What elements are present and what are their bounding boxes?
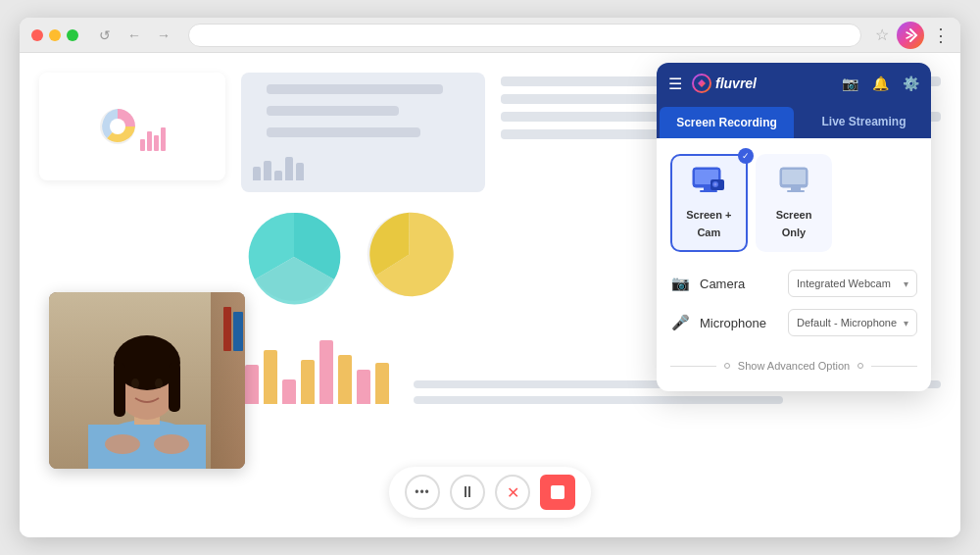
svg-point-26: [714, 183, 717, 186]
person-silhouette: [54, 292, 240, 469]
stop-button[interactable]: [540, 475, 575, 510]
camera-select[interactable]: Integrated Webcam ▾: [788, 270, 917, 297]
nav-back[interactable]: ←: [123, 25, 145, 46]
pause-icon: ⏸: [460, 483, 475, 501]
adv-dot-right: [858, 363, 863, 369]
popup-header: ☰ fluv: [657, 63, 931, 104]
more-options-button[interactable]: •••: [405, 475, 440, 510]
address-bar[interactable]: [188, 24, 861, 47]
extension-button[interactable]: [897, 22, 924, 49]
recording-controls: ••• ⏸ ✕: [389, 467, 591, 518]
svg-rect-28: [782, 170, 806, 184]
pause-button[interactable]: ⏸: [450, 475, 485, 510]
advanced-option-row[interactable]: Show Advanced Option: [670, 352, 917, 379]
mode-screen-only-wrap: Screen Only: [756, 154, 833, 252]
traffic-light-red[interactable]: [31, 29, 43, 41]
bell-icon[interactable]: 🔔: [872, 76, 889, 91]
close-icon: ✕: [507, 483, 519, 502]
browser-content: ••• ⏸ ✕ ☰: [20, 53, 960, 537]
microphone-select[interactable]: Default - Microphone ▾: [788, 309, 917, 336]
pie-chart-2: [363, 208, 456, 301]
svg-rect-13: [114, 363, 125, 417]
logo-text: fluvrel: [715, 76, 757, 91]
microphone-select-arrow: ▾: [904, 318, 908, 328]
svg-rect-4: [154, 135, 159, 151]
pie-chart-1: [245, 208, 343, 306]
svg-rect-14: [169, 363, 180, 412]
camera-setting-row: 📷 Camera Integrated Webcam ▾: [670, 270, 917, 297]
chart-card-1: [39, 73, 225, 180]
adv-line-right: [871, 366, 917, 367]
tab-screen-recording[interactable]: Screen Recording: [660, 107, 794, 138]
adv-dot-left: [724, 363, 730, 369]
popup-body: Screen + Cam ✓ S: [657, 138, 931, 391]
svg-rect-29: [791, 187, 801, 190]
svg-point-18: [154, 434, 189, 454]
more-dots-icon: •••: [415, 485, 430, 499]
mode-selector: Screen + Cam ✓ S: [670, 154, 917, 252]
webcam-overlay: [49, 292, 245, 469]
browser-nav: ↺ ← →: [94, 25, 174, 46]
svg-point-17: [105, 434, 140, 454]
camera-select-arrow: ▾: [904, 278, 908, 289]
svg-rect-23: [700, 190, 717, 192]
svg-point-15: [131, 378, 139, 388]
camera-setting-icon: 📷: [670, 275, 690, 292]
svg-rect-5: [161, 127, 166, 151]
camera-select-value: Integrated Webcam: [797, 278, 891, 289]
svg-rect-2: [140, 139, 145, 151]
mode-screen-only-label: Screen Only: [776, 209, 812, 238]
tab-live-streaming[interactable]: Live Streaming: [797, 104, 931, 138]
svg-point-1: [110, 119, 125, 134]
adv-line-left: [670, 366, 716, 367]
camera-header-icon[interactable]: 📷: [842, 76, 858, 91]
advanced-option-label: Show Advanced Option: [738, 360, 850, 372]
svg-rect-30: [787, 190, 805, 192]
mode-screen-only[interactable]: Screen Only: [756, 154, 833, 252]
stop-icon: [551, 485, 564, 499]
browser-menu-icon[interactable]: ⋮: [932, 25, 949, 46]
close-button[interactable]: ✕: [495, 475, 530, 510]
traffic-light-green[interactable]: [67, 29, 78, 41]
nav-forward[interactable]: →: [153, 25, 174, 46]
settings-icon[interactable]: ⚙️: [903, 76, 919, 91]
svg-rect-3: [147, 131, 152, 151]
nav-refresh[interactable]: ↺: [94, 25, 116, 46]
camera-setting-label: Camera: [700, 277, 778, 291]
browser-titlebar: ↺ ← → ☆ ⋮: [20, 18, 960, 53]
mode-screen-cam-label: Screen + Cam: [686, 209, 731, 238]
extension-popup: ☰ fluv: [657, 63, 931, 391]
hamburger-icon[interactable]: ☰: [668, 75, 682, 93]
popup-logo: fluvrel: [692, 74, 757, 93]
microphone-setting-row: 🎤 Microphone Default - Microphone ▾: [670, 309, 917, 336]
popup-tabs: Screen Recording Live Streaming: [657, 104, 931, 138]
microphone-select-value: Default - Microphone: [797, 317, 897, 328]
browser-window: ↺ ← → ☆ ⋮: [20, 18, 960, 537]
svg-point-16: [155, 378, 163, 388]
bookmark-icon[interactable]: ☆: [875, 25, 889, 44]
popup-header-icons: 📷 🔔 ⚙️: [842, 76, 919, 91]
mode-badge: ✓: [738, 148, 754, 164]
mode-screen-cam-wrap: Screen + Cam ✓: [670, 154, 748, 252]
microphone-setting-label: Microphone: [700, 316, 778, 330]
mode-screen-cam[interactable]: Screen + Cam: [670, 154, 748, 252]
traffic-light-yellow[interactable]: [49, 29, 61, 41]
microphone-setting-icon: 🎤: [670, 314, 690, 331]
browser-actions: ☆ ⋮: [875, 22, 949, 49]
